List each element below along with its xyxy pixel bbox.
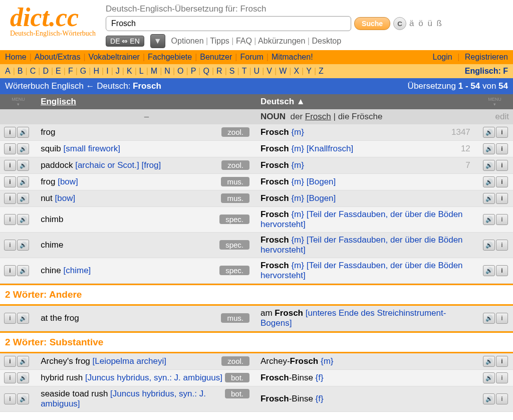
- info-icon[interactable]: i: [496, 313, 508, 324]
- nav-link[interactable]: Benutzer: [200, 53, 232, 61]
- subject-tag[interactable]: bot.: [225, 389, 249, 398]
- search-input[interactable]: [106, 16, 351, 31]
- alpha-link[interactable]: W: [279, 67, 287, 75]
- info-icon[interactable]: i: [496, 214, 508, 225]
- english-cell[interactable]: mus.nut [bow]: [37, 190, 256, 207]
- alpha-link[interactable]: O: [177, 67, 183, 75]
- alpha-link[interactable]: V: [267, 67, 272, 75]
- german-cell[interactable]: 12Frosch {m} [Knallfrosch]: [256, 141, 476, 157]
- alpha-link[interactable]: S: [229, 67, 235, 75]
- english-cell[interactable]: spec.chimb: [37, 207, 256, 233]
- alpha-link[interactable]: L: [139, 67, 144, 75]
- info-icon[interactable]: i: [4, 372, 16, 383]
- info-icon[interactable]: i: [496, 372, 508, 383]
- subject-tag[interactable]: mus.: [221, 177, 249, 186]
- info-icon[interactable]: i: [496, 240, 508, 251]
- german-cell[interactable]: Frosch {m} [Bogen]: [256, 190, 476, 207]
- info-icon[interactable]: i: [496, 160, 508, 171]
- info-icon[interactable]: i: [496, 143, 508, 154]
- nav-link[interactable]: Mitmachen!: [272, 53, 313, 61]
- english-cell[interactable]: squib [small firework]: [37, 141, 256, 157]
- subject-tag[interactable]: mus.: [221, 313, 249, 323]
- german-cell[interactable]: am Frosch [unteres Ende des Streichinstr…: [256, 306, 476, 331]
- edit-link[interactable]: edit: [476, 109, 513, 124]
- german-cell[interactable]: Frosch {m} [Teil der Fassdauben, der übe…: [256, 258, 476, 284]
- nav-link[interactable]: Vokabeltrainer: [89, 53, 140, 61]
- audio-icon[interactable]: 🔊: [17, 372, 29, 383]
- english-cell[interactable]: zool.paddock [archaic or Scot.] [frog]: [37, 157, 256, 174]
- audio-icon[interactable]: 🔊: [17, 356, 29, 367]
- info-icon[interactable]: i: [4, 240, 16, 251]
- audio-icon[interactable]: 🔊: [483, 240, 495, 251]
- alpha-link[interactable]: R: [216, 67, 222, 75]
- col-english[interactable]: Englisch: [37, 94, 256, 109]
- german-cell[interactable]: Frosch-Binse {f}: [256, 386, 476, 412]
- audio-icon[interactable]: 🔊: [483, 176, 495, 187]
- opt-link[interactable]: Abkürzungen: [258, 37, 305, 45]
- audio-icon[interactable]: 🔊: [483, 265, 495, 276]
- alpha-link[interactable]: E: [56, 67, 61, 75]
- english-cell[interactable]: zool.Archey's frog [Leiopelma archeyi]: [37, 353, 256, 370]
- info-icon[interactable]: i: [4, 160, 16, 171]
- alpha-link[interactable]: C: [30, 67, 36, 75]
- info-icon[interactable]: i: [4, 176, 16, 187]
- audio-icon[interactable]: 🔊: [17, 127, 29, 138]
- col-menu-right[interactable]: MENU▾: [476, 94, 513, 109]
- subject-tag[interactable]: spec.: [219, 266, 249, 275]
- subject-tag[interactable]: zool.: [221, 127, 249, 137]
- opt-link[interactable]: FAQ: [236, 37, 252, 45]
- alpha-link[interactable]: N: [164, 67, 170, 75]
- audio-icon[interactable]: 🔊: [17, 143, 29, 154]
- alpha-link[interactable]: Z: [319, 67, 324, 75]
- info-icon[interactable]: i: [4, 265, 16, 276]
- alpha-link[interactable]: Q: [203, 67, 209, 75]
- english-cell[interactable]: mus.at the frog: [37, 306, 256, 331]
- alpha-link[interactable]: I: [106, 67, 108, 75]
- subject-tag[interactable]: zool.: [221, 356, 249, 366]
- subject-tag[interactable]: spec.: [219, 215, 249, 224]
- audio-icon[interactable]: 🔊: [483, 193, 495, 204]
- german-cell[interactable]: Frosch {m} [Bogen]: [256, 174, 476, 190]
- audio-icon[interactable]: 🔊: [17, 240, 29, 251]
- nav-link[interactable]: Fachgebiete: [148, 53, 192, 61]
- audio-icon[interactable]: 🔊: [17, 214, 29, 225]
- info-icon[interactable]: i: [496, 265, 508, 276]
- register-link[interactable]: Registrieren: [465, 53, 508, 61]
- col-menu-left[interactable]: MENU▾: [0, 94, 37, 109]
- info-icon[interactable]: i: [4, 193, 16, 204]
- audio-icon[interactable]: 🔊: [17, 160, 29, 171]
- german-cell[interactable]: Frosch {m} [Teil der Fassdauben, der übe…: [256, 207, 476, 233]
- info-icon[interactable]: i: [4, 127, 16, 138]
- alpha-link[interactable]: X: [294, 67, 299, 75]
- audio-icon[interactable]: 🔊: [17, 393, 29, 404]
- alpha-link[interactable]: Y: [306, 67, 312, 75]
- info-icon[interactable]: i: [496, 127, 508, 138]
- info-icon[interactable]: i: [496, 356, 508, 367]
- login-link[interactable]: Login: [433, 53, 452, 61]
- alpha-link[interactable]: T: [242, 67, 247, 75]
- nav-link[interactable]: Home: [5, 53, 27, 61]
- col-deutsch[interactable]: Deutsch ▲: [256, 94, 476, 109]
- english-cell[interactable]: bot.seaside toad rush [Juncus hybridus, …: [37, 386, 256, 412]
- german-cell[interactable]: Frosch-Binse {f}: [256, 370, 476, 386]
- audio-icon[interactable]: 🔊: [483, 160, 495, 171]
- audio-icon[interactable]: 🔊: [483, 143, 495, 154]
- audio-icon[interactable]: 🔊: [483, 214, 495, 225]
- alpha-link[interactable]: M: [151, 67, 157, 75]
- german-cell[interactable]: Archey-Frosch {m}: [256, 353, 476, 370]
- english-cell[interactable]: bot.hybrid rush [Juncus hybridus, syn.: …: [37, 370, 256, 386]
- english-cell[interactable]: spec.chime: [37, 233, 256, 258]
- clear-button[interactable]: C: [393, 17, 406, 30]
- german-cell[interactable]: Frosch {m} [Teil der Fassdauben, der übe…: [256, 233, 476, 258]
- audio-icon[interactable]: 🔊: [483, 372, 495, 383]
- audio-icon[interactable]: 🔊: [17, 265, 29, 276]
- search-button[interactable]: Suche: [354, 17, 390, 30]
- info-icon[interactable]: i: [4, 313, 16, 324]
- logo[interactable]: dict.cc: [10, 6, 96, 30]
- opt-link[interactable]: Tipps: [210, 37, 229, 45]
- english-cell[interactable]: spec.chine [chime]: [37, 258, 256, 284]
- nav-link[interactable]: Forum: [240, 53, 263, 61]
- audio-icon[interactable]: 🔊: [483, 127, 495, 138]
- alpha-link[interactable]: B: [18, 67, 23, 75]
- english-cell[interactable]: zool.frog: [37, 124, 256, 141]
